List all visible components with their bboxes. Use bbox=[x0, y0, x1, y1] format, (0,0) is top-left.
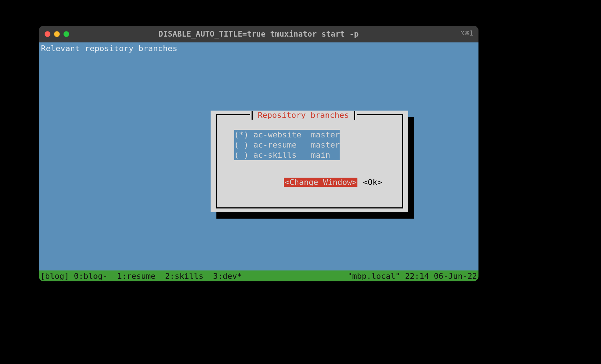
shortcut-label: ⌥⌘1 bbox=[460, 29, 473, 37]
tmux-status-left: [blog] 0:blog- 1:resume 2:skills 3:dev* bbox=[40, 272, 242, 281]
terminal-window: DISABLE_AUTO_TITLE=true tmuxinator start… bbox=[39, 26, 478, 281]
ok-button[interactable]: <Ok> bbox=[362, 178, 383, 187]
branch-item[interactable]: ( ) ac-resume master bbox=[234, 140, 340, 150]
branch-item[interactable]: ( ) ac-skills main bbox=[234, 150, 340, 160]
window-title: DISABLE_AUTO_TITLE=true tmuxinator start… bbox=[39, 30, 478, 38]
dialog-title-text: Repository branches bbox=[252, 111, 355, 120]
change-window-button[interactable]: <Change Window> bbox=[284, 178, 357, 187]
pane-heading: Relevant repository branches bbox=[39, 42, 478, 53]
dialog-buttons: <Change Window> <Ok> bbox=[217, 169, 402, 196]
keyboard-shortcut-hint: ⌥⌘1 bbox=[460, 29, 473, 37]
titlebar: DISABLE_AUTO_TITLE=true tmuxinator start… bbox=[39, 26, 478, 42]
dialog-title: Repository branches bbox=[250, 111, 357, 120]
branch-list: (*) ac-website master( ) ac-resume maste… bbox=[234, 130, 340, 160]
repository-branches-dialog: Repository branches (*) ac-website maste… bbox=[211, 111, 408, 212]
dialog-border: Repository branches (*) ac-website maste… bbox=[216, 114, 403, 208]
tmux-status-right: "mbp.local" 22:14 06-Jun-22 bbox=[347, 272, 477, 281]
branch-item[interactable]: (*) ac-website master bbox=[234, 130, 340, 140]
terminal-pane[interactable]: Relevant repository branches Repository … bbox=[39, 42, 478, 270]
tmux-status-bar: [blog] 0:blog- 1:resume 2:skills 3:dev* … bbox=[39, 270, 478, 281]
